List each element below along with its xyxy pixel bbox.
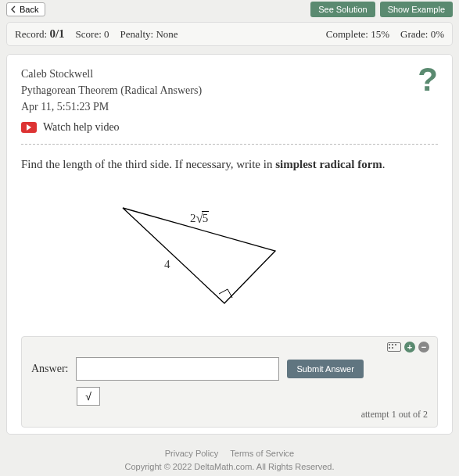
answer-label: Answer:: [31, 363, 68, 375]
assignment-name: Pythagorean Theorem (Radical Answers): [21, 82, 438, 98]
watch-help-video[interactable]: Watch help video: [21, 121, 120, 134]
grade: Grade: 0%: [400, 28, 444, 41]
keyboard-icon[interactable]: [387, 342, 401, 352]
score: Score: 0: [76, 28, 109, 41]
timestamp: Apr 11, 5:51:23 PM: [21, 98, 438, 115]
sqrt-button[interactable]: √: [77, 387, 100, 406]
back-button[interactable]: Back: [6, 2, 45, 16]
leg-label: 4: [164, 258, 170, 271]
show-example-button[interactable]: Show Example: [380, 2, 453, 17]
meta-block: Caleb Stockwell Pythagorean Theorem (Rad…: [21, 66, 438, 115]
question-icon: ?: [418, 61, 438, 98]
divider: [21, 144, 438, 145]
problem-prompt: Find the length of the third side. If ne…: [21, 156, 438, 174]
back-label: Back: [20, 5, 38, 14]
add-answer-button[interactable]: +: [404, 342, 415, 353]
status-bar: Record: 0/1 Score: 0 Penalty: None Compl…: [6, 22, 453, 46]
answer-block: + − Answer: Submit Answer √ attempt 1 ou…: [21, 336, 438, 428]
student-name: Caleb Stockwell: [21, 66, 438, 82]
footer: Privacy Policy Terms of Service Copyrigh…: [0, 447, 459, 474]
top-right-group: See Solution Show Example: [310, 2, 453, 17]
triangle-figure: 2√5 4: [21, 184, 438, 333]
see-solution-button[interactable]: See Solution: [310, 2, 375, 17]
complete: Complete: 15%: [326, 28, 389, 41]
watch-label: Watch help video: [43, 121, 120, 134]
attempt-counter: attempt 1 out of 2: [31, 409, 428, 421]
help-button[interactable]: ?: [418, 66, 438, 94]
triangle-svg: [21, 184, 287, 333]
record: Record: 0/1: [15, 27, 65, 41]
answer-input[interactable]: [76, 357, 279, 381]
top-bar: Back See Solution Show Example: [6, 0, 453, 20]
problem-card: ? Caleb Stockwell Pythagorean Theorem (R…: [6, 54, 453, 435]
hypotenuse-label: 2√5: [190, 211, 209, 227]
privacy-link[interactable]: Privacy Policy: [165, 449, 218, 458]
youtube-icon: [21, 122, 37, 133]
terms-link[interactable]: Terms of Service: [230, 449, 294, 458]
submit-answer-button[interactable]: Submit Answer: [287, 360, 363, 378]
penalty: Penalty: None: [120, 28, 178, 41]
copyright: Copyright © 2022 DeltaMath.com. All Righ…: [0, 460, 459, 474]
remove-answer-button[interactable]: −: [418, 342, 429, 353]
chevron-left-icon: [10, 5, 17, 13]
